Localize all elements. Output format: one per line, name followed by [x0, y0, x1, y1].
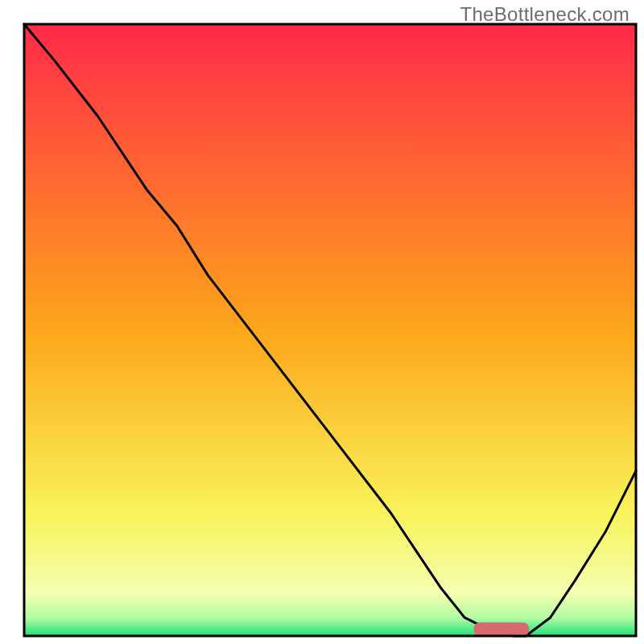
watermark-text: TheBottleneck.com	[460, 3, 630, 26]
plot-background	[24, 24, 636, 636]
chart-container: TheBottleneck.com	[0, 0, 644, 644]
optimal-zone-marker	[474, 622, 529, 636]
bottleneck-plot	[0, 0, 644, 644]
plot-area	[24, 24, 636, 636]
